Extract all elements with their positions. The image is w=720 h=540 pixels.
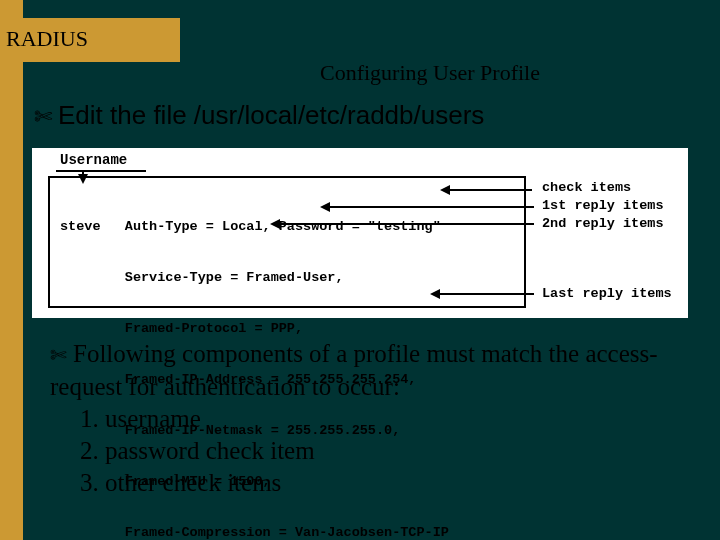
label-second-reply: 2nd reply items (542, 216, 664, 231)
list-item: 3. other check items (80, 467, 700, 499)
edit-file-text: Edit the file /usr/local/etc/raddb/users (58, 100, 484, 130)
config-code-box: steve Auth-Type = Local, Password = "tes… (48, 176, 526, 308)
arrow-last-reply (432, 293, 534, 295)
arrow-second-reply (272, 223, 534, 225)
code-line: Service-Type = Framed-User, (60, 269, 514, 286)
paragraph-lead: Following components of a profile must m… (50, 340, 658, 400)
arrow-first-reply (322, 206, 534, 208)
label-last-reply: Last reply items (542, 286, 672, 301)
slide-title: RADIUS (6, 26, 88, 51)
code-line: Framed-Compression = Van-Jacobsen-TCP-IP (60, 524, 514, 540)
scissors-icon: ✄ (34, 104, 52, 130)
list-item: 2. password check item (80, 435, 700, 467)
label-check-items: check items (542, 180, 631, 195)
slide-title-block: RADIUS (0, 18, 180, 62)
code-line: Framed-Protocol = PPP, (60, 320, 514, 337)
bullet-edit-file: ✄Edit the file /usr/local/etc/raddb/user… (34, 100, 484, 131)
slide-subtitle: Configuring User Profile (320, 60, 540, 86)
match-paragraph: ✄Following components of a profile must … (20, 338, 700, 499)
config-figure: Username steve Auth-Type = Local, Passwo… (32, 148, 688, 318)
username-label: Username (60, 152, 127, 168)
arrow-check (442, 189, 532, 191)
scissors-icon: ✄ (50, 339, 67, 371)
code-line: steve Auth-Type = Local, Password = "tes… (60, 218, 514, 235)
label-first-reply: 1st reply items (542, 198, 664, 213)
list-item: 1. username (80, 403, 700, 435)
